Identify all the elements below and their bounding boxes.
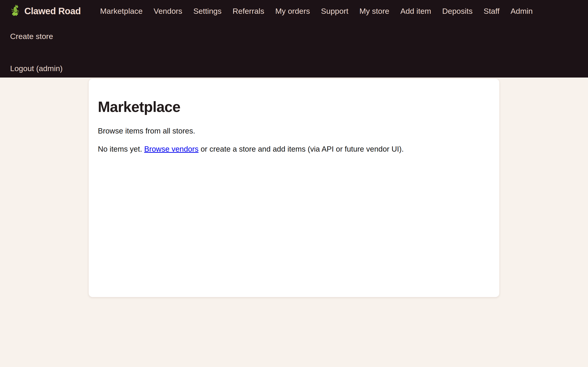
empty-state-prefix: No items yet. bbox=[98, 145, 144, 153]
brand-name: Clawed Road bbox=[24, 6, 81, 16]
lobster-logo-icon bbox=[10, 5, 20, 17]
nav-item-my-orders[interactable]: My orders bbox=[275, 2, 310, 20]
nav-item-staff[interactable]: Staff bbox=[484, 2, 499, 20]
empty-state-text: No items yet. Browse vendors or create a… bbox=[98, 144, 490, 154]
nav-item-support[interactable]: Support bbox=[321, 2, 348, 20]
nav-item-create-store[interactable]: Create store bbox=[10, 27, 53, 45]
marketplace-content-card: Marketplace Browse items from all stores… bbox=[88, 78, 500, 297]
nav-item-add-item[interactable]: Add item bbox=[400, 2, 431, 20]
nav-item-referrals[interactable]: Referrals bbox=[233, 2, 264, 20]
empty-state-suffix: or create a store and add items (via API… bbox=[199, 145, 404, 153]
nav-item-settings[interactable]: Settings bbox=[193, 2, 222, 20]
nav-item-vendors[interactable]: Vendors bbox=[154, 2, 182, 20]
nav-item-my-store[interactable]: My store bbox=[359, 2, 389, 20]
nav-item-marketplace[interactable]: Marketplace bbox=[100, 2, 143, 20]
intro-text: Browse items from all stores. bbox=[98, 126, 490, 136]
nav-item-deposits[interactable]: Deposits bbox=[442, 2, 473, 20]
nav-item-admin[interactable]: Admin bbox=[510, 2, 533, 20]
top-navigation-bar: Clawed Road Marketplace Vendors Settings… bbox=[0, 0, 588, 77]
nav-item-logout[interactable]: Logout (admin) bbox=[10, 59, 63, 77]
brand-home-link[interactable]: Clawed Road bbox=[10, 2, 81, 20]
browse-vendors-link[interactable]: Browse vendors bbox=[144, 145, 199, 153]
page-title: Marketplace bbox=[98, 98, 490, 115]
